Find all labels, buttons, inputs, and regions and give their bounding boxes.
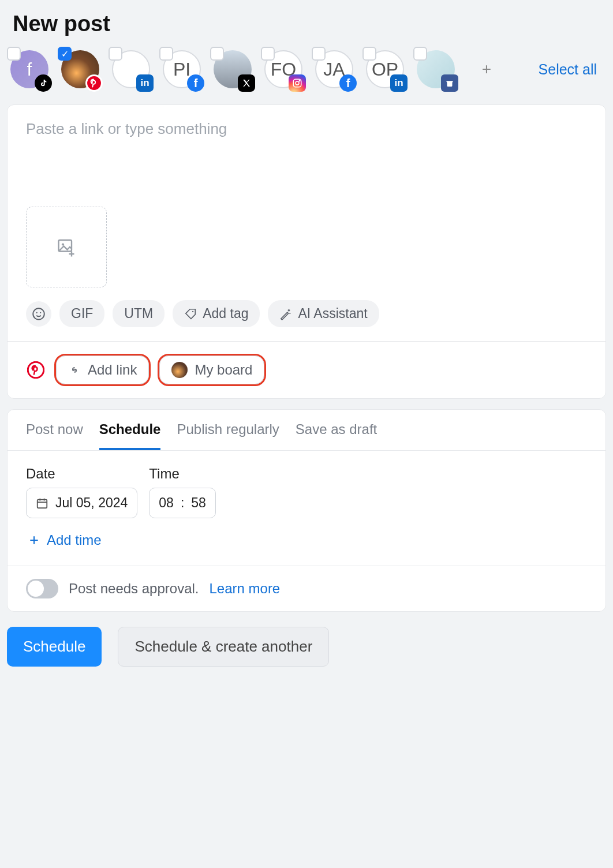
account-facebook[interactable]: JAf xyxy=(315,50,353,88)
approval-toggle[interactable] xyxy=(26,579,58,598)
composer-card: Paste a link or type something GIF UTM xyxy=(7,104,606,399)
account-checkbox[interactable] xyxy=(109,47,122,61)
add-link-label: Add link xyxy=(88,362,137,378)
schedule-button[interactable]: Schedule xyxy=(7,627,102,667)
board-chip[interactable]: My board xyxy=(159,356,264,384)
schedule-card: Post now Schedule Publish regularly Save… xyxy=(7,409,606,612)
tool-row: GIF UTM Add tag AI Assistant xyxy=(26,300,587,327)
add-link-chip[interactable]: Add link xyxy=(56,356,149,384)
add-image-button[interactable] xyxy=(26,207,107,287)
accounts-row: f✓inPIfFOJAfOPin+ Select all xyxy=(7,50,606,94)
account-google[interactable] xyxy=(417,50,455,88)
time-label: Time xyxy=(149,466,216,482)
account-checkbox[interactable] xyxy=(7,47,21,61)
account-checkbox[interactable] xyxy=(261,47,275,61)
date-label: Date xyxy=(26,466,137,482)
add-time-button[interactable]: Add time xyxy=(26,532,587,548)
board-thumbnail-icon xyxy=(171,362,188,378)
select-all-button[interactable]: Select all xyxy=(539,61,603,78)
page-title: New post xyxy=(7,0,606,50)
account-instagram[interactable]: FO xyxy=(264,50,302,88)
tab-save-draft[interactable]: Save as draft xyxy=(296,421,377,450)
footer-actions: Schedule Schedule & create another xyxy=(7,622,606,678)
gif-button[interactable]: GIF xyxy=(59,300,104,327)
ai-assistant-label: AI Assistant xyxy=(298,306,367,321)
publish-tabs: Post now Schedule Publish regularly Save… xyxy=(8,410,605,451)
google-icon xyxy=(441,74,458,92)
svg-point-6 xyxy=(33,308,44,320)
pinterest-options-row: Add link My board xyxy=(8,341,605,398)
instagram-icon xyxy=(289,74,306,92)
tag-icon xyxy=(184,308,197,320)
account-checkbox[interactable] xyxy=(362,47,376,61)
facebook-icon: f xyxy=(339,74,357,92)
account-checkbox[interactable] xyxy=(312,47,326,61)
utm-button[interactable]: UTM xyxy=(113,300,165,327)
svg-point-9 xyxy=(192,310,193,312)
linkedin-icon: in xyxy=(136,74,154,92)
tiktok-icon xyxy=(35,74,52,92)
emoji-icon xyxy=(31,306,46,321)
time-hour: 08 xyxy=(159,495,174,511)
account-tiktok[interactable]: f xyxy=(10,50,48,88)
date-input[interactable]: Jul 05, 2024 xyxy=(26,488,137,518)
ai-assistant-button[interactable]: AI Assistant xyxy=(268,300,379,327)
link-icon xyxy=(68,364,81,376)
magic-icon xyxy=(279,308,292,320)
image-add-icon xyxy=(55,237,77,257)
svg-point-3 xyxy=(299,80,300,81)
board-label: My board xyxy=(195,362,252,378)
account-linkedin[interactable]: in xyxy=(112,50,150,88)
time-input[interactable]: 08 : 58 xyxy=(149,488,216,518)
pinterest-icon xyxy=(85,74,103,92)
add-tag-button[interactable]: Add tag xyxy=(173,300,260,327)
pinterest-icon xyxy=(26,360,46,380)
calendar-icon xyxy=(36,497,48,510)
svg-point-8 xyxy=(40,312,41,313)
svg-point-0 xyxy=(87,76,101,90)
tab-post-now[interactable]: Post now xyxy=(26,421,83,450)
emoji-button[interactable] xyxy=(26,301,51,327)
time-minute: 58 xyxy=(191,495,206,511)
approval-row: Post needs approval. Learn more xyxy=(8,566,605,611)
account-facebook[interactable]: PIf xyxy=(163,50,201,88)
account-checkbox[interactable] xyxy=(210,47,224,61)
svg-point-10 xyxy=(28,362,44,378)
account-checkbox[interactable]: ✓ xyxy=(58,47,72,61)
linkedin-icon: in xyxy=(390,74,408,92)
plus-icon xyxy=(28,534,40,546)
svg-point-7 xyxy=(36,312,38,313)
composer-textarea[interactable]: Paste a link or type something xyxy=(26,120,587,195)
svg-point-2 xyxy=(296,81,299,85)
add-account-button[interactable]: + xyxy=(468,50,506,88)
x-icon xyxy=(238,74,255,92)
approval-text: Post needs approval. xyxy=(69,581,199,597)
add-time-label: Add time xyxy=(47,532,102,548)
account-checkbox[interactable] xyxy=(159,47,173,61)
date-value: Jul 05, 2024 xyxy=(55,495,128,511)
account-x[interactable] xyxy=(214,50,252,88)
svg-rect-11 xyxy=(38,499,47,508)
account-pinterest[interactable]: ✓ xyxy=(61,50,99,88)
account-linkedin[interactable]: OPin xyxy=(366,50,404,88)
add-tag-label: Add tag xyxy=(203,306,248,321)
tab-schedule[interactable]: Schedule xyxy=(99,421,161,450)
learn-more-link[interactable]: Learn more xyxy=(209,581,280,597)
schedule-create-another-button[interactable]: Schedule & create another xyxy=(118,627,329,667)
facebook-icon: f xyxy=(187,74,204,92)
account-checkbox[interactable] xyxy=(413,47,427,61)
tab-publish-regularly[interactable]: Publish regularly xyxy=(177,421,279,450)
